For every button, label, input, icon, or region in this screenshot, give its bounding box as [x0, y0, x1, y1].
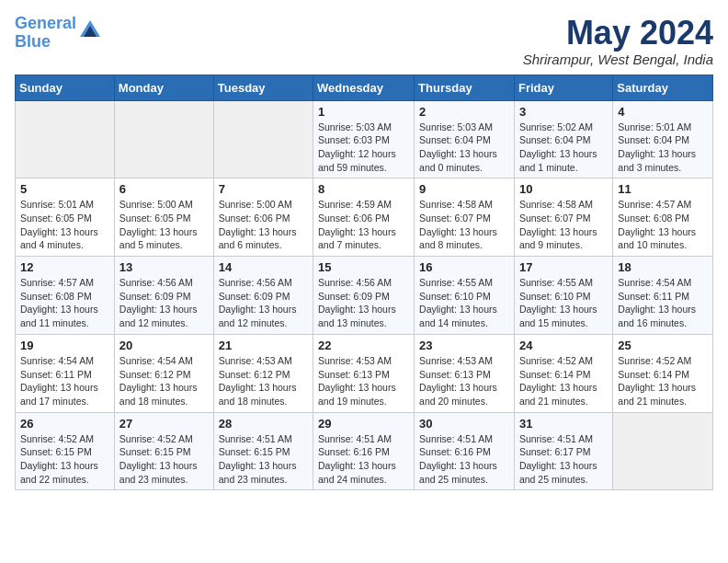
- day-info: Sunrise: 4:53 AM Sunset: 6:13 PM Dayligh…: [318, 354, 409, 408]
- calendar-cell: 10Sunrise: 4:58 AM Sunset: 6:07 PM Dayli…: [514, 178, 612, 257]
- day-info: Sunrise: 4:58 AM Sunset: 6:07 PM Dayligh…: [419, 198, 509, 252]
- day-info: Sunrise: 4:52 AM Sunset: 6:14 PM Dayligh…: [618, 354, 708, 408]
- day-number: 10: [519, 182, 608, 196]
- calendar-cell: 15Sunrise: 4:56 AM Sunset: 6:09 PM Dayli…: [313, 257, 415, 335]
- calendar-week-3: 12Sunrise: 4:57 AM Sunset: 6:08 PM Dayli…: [16, 257, 713, 335]
- title-block: May 2024 Shrirampur, West Bengal, India: [523, 15, 713, 67]
- day-number: 29: [318, 417, 409, 431]
- calendar-cell: 30Sunrise: 4:51 AM Sunset: 6:16 PM Dayli…: [415, 412, 515, 490]
- calendar-cell: 24Sunrise: 4:52 AM Sunset: 6:14 PM Dayli…: [514, 334, 612, 412]
- calendar-cell: 14Sunrise: 4:56 AM Sunset: 6:09 PM Dayli…: [213, 257, 313, 335]
- logo-icon: [80, 20, 100, 37]
- calendar-header: SundayMondayTuesdayWednesdayThursdayFrid…: [16, 75, 713, 100]
- calendar-cell: 12Sunrise: 4:57 AM Sunset: 6:08 PM Dayli…: [16, 257, 115, 335]
- calendar-cell: 5Sunrise: 5:01 AM Sunset: 6:05 PM Daylig…: [16, 178, 115, 257]
- day-number: 20: [119, 339, 209, 352]
- calendar-cell: 25Sunrise: 4:52 AM Sunset: 6:14 PM Dayli…: [613, 334, 713, 412]
- day-info: Sunrise: 4:52 AM Sunset: 6:15 PM Dayligh…: [20, 432, 109, 487]
- calendar-cell: 18Sunrise: 4:54 AM Sunset: 6:11 PM Dayli…: [613, 257, 713, 335]
- day-number: 18: [618, 260, 708, 274]
- day-number: 15: [318, 260, 409, 274]
- day-info: Sunrise: 5:00 AM Sunset: 6:05 PM Dayligh…: [119, 198, 209, 252]
- day-info: Sunrise: 4:55 AM Sunset: 6:10 PM Dayligh…: [419, 276, 509, 330]
- calendar-cell: 22Sunrise: 4:53 AM Sunset: 6:13 PM Dayli…: [313, 334, 415, 412]
- day-number: 31: [519, 417, 608, 431]
- day-number: 9: [419, 182, 509, 196]
- day-number: 7: [219, 182, 308, 196]
- day-number: 8: [318, 182, 409, 196]
- logo: GeneralBlue: [15, 15, 100, 52]
- day-number: 1: [318, 105, 409, 119]
- day-info: Sunrise: 4:57 AM Sunset: 6:08 PM Dayligh…: [20, 276, 109, 330]
- weekday-header-monday: Monday: [114, 75, 213, 100]
- day-info: Sunrise: 4:52 AM Sunset: 6:14 PM Dayligh…: [519, 354, 608, 408]
- day-number: 12: [20, 260, 109, 274]
- day-number: 13: [119, 260, 209, 274]
- day-info: Sunrise: 4:53 AM Sunset: 6:13 PM Dayligh…: [419, 354, 509, 408]
- calendar-cell: [213, 100, 313, 178]
- day-number: 14: [219, 260, 308, 274]
- calendar-cell: 31Sunrise: 4:51 AM Sunset: 6:17 PM Dayli…: [514, 412, 612, 490]
- day-number: 4: [618, 105, 708, 119]
- calendar-cell: 11Sunrise: 4:57 AM Sunset: 6:08 PM Dayli…: [613, 178, 713, 257]
- calendar-cell: 6Sunrise: 5:00 AM Sunset: 6:05 PM Daylig…: [114, 178, 213, 257]
- weekday-header-row: SundayMondayTuesdayWednesdayThursdayFrid…: [16, 75, 713, 100]
- day-info: Sunrise: 4:56 AM Sunset: 6:09 PM Dayligh…: [219, 276, 308, 330]
- day-info: Sunrise: 5:03 AM Sunset: 6:03 PM Dayligh…: [318, 121, 409, 175]
- day-info: Sunrise: 5:03 AM Sunset: 6:04 PM Dayligh…: [419, 121, 509, 175]
- day-info: Sunrise: 4:51 AM Sunset: 6:16 PM Dayligh…: [318, 432, 409, 487]
- day-info: Sunrise: 5:01 AM Sunset: 6:04 PM Dayligh…: [618, 121, 708, 175]
- day-info: Sunrise: 5:01 AM Sunset: 6:05 PM Dayligh…: [20, 198, 109, 252]
- day-info: Sunrise: 4:54 AM Sunset: 6:11 PM Dayligh…: [618, 276, 708, 330]
- day-info: Sunrise: 4:51 AM Sunset: 6:17 PM Dayligh…: [519, 432, 608, 487]
- calendar-cell: 29Sunrise: 4:51 AM Sunset: 6:16 PM Dayli…: [313, 412, 415, 490]
- weekday-header-friday: Friday: [514, 75, 612, 100]
- day-info: Sunrise: 4:58 AM Sunset: 6:07 PM Dayligh…: [519, 198, 608, 252]
- day-number: 5: [20, 182, 109, 196]
- day-info: Sunrise: 4:54 AM Sunset: 6:11 PM Dayligh…: [20, 354, 109, 408]
- weekday-header-saturday: Saturday: [613, 75, 713, 100]
- calendar-cell: 27Sunrise: 4:52 AM Sunset: 6:15 PM Dayli…: [114, 412, 213, 490]
- calendar-week-1: 1Sunrise: 5:03 AM Sunset: 6:03 PM Daylig…: [16, 100, 713, 178]
- day-number: 22: [318, 339, 409, 352]
- weekday-header-sunday: Sunday: [16, 75, 115, 100]
- calendar-cell: 2Sunrise: 5:03 AM Sunset: 6:04 PM Daylig…: [415, 100, 515, 178]
- calendar-cell: 9Sunrise: 4:58 AM Sunset: 6:07 PM Daylig…: [415, 178, 515, 257]
- day-number: 25: [618, 339, 708, 352]
- calendar-cell: 20Sunrise: 4:54 AM Sunset: 6:12 PM Dayli…: [114, 334, 213, 412]
- day-number: 23: [419, 339, 509, 352]
- calendar-body: 1Sunrise: 5:03 AM Sunset: 6:03 PM Daylig…: [16, 100, 713, 490]
- day-number: 26: [20, 417, 109, 431]
- calendar-week-4: 19Sunrise: 4:54 AM Sunset: 6:11 PM Dayli…: [16, 334, 713, 412]
- day-number: 28: [219, 417, 308, 431]
- calendar-cell: 28Sunrise: 4:51 AM Sunset: 6:15 PM Dayli…: [213, 412, 313, 490]
- day-number: 17: [519, 260, 608, 274]
- calendar-cell: 21Sunrise: 4:53 AM Sunset: 6:12 PM Dayli…: [213, 334, 313, 412]
- day-info: Sunrise: 4:51 AM Sunset: 6:15 PM Dayligh…: [219, 432, 308, 487]
- day-number: 16: [419, 260, 509, 274]
- logo-text: GeneralBlue: [15, 15, 76, 52]
- calendar-cell: 16Sunrise: 4:55 AM Sunset: 6:10 PM Dayli…: [415, 257, 515, 335]
- day-info: Sunrise: 4:52 AM Sunset: 6:15 PM Dayligh…: [119, 432, 209, 487]
- calendar-cell: [114, 100, 213, 178]
- day-info: Sunrise: 4:53 AM Sunset: 6:12 PM Dayligh…: [219, 354, 308, 408]
- calendar-cell: 19Sunrise: 4:54 AM Sunset: 6:11 PM Dayli…: [16, 334, 115, 412]
- location-text: Shrirampur, West Bengal, India: [523, 52, 713, 67]
- weekday-header-thursday: Thursday: [415, 75, 515, 100]
- day-info: Sunrise: 4:56 AM Sunset: 6:09 PM Dayligh…: [119, 276, 209, 330]
- calendar-table: SundayMondayTuesdayWednesdayThursdayFrid…: [15, 75, 713, 491]
- day-number: 21: [219, 339, 308, 352]
- day-number: 30: [419, 417, 509, 431]
- calendar-cell: [613, 412, 713, 490]
- day-number: 19: [20, 339, 109, 352]
- day-number: 6: [119, 182, 209, 196]
- day-number: 11: [618, 182, 708, 196]
- day-number: 27: [119, 417, 209, 431]
- calendar-cell: 17Sunrise: 4:55 AM Sunset: 6:10 PM Dayli…: [514, 257, 612, 335]
- day-info: Sunrise: 4:55 AM Sunset: 6:10 PM Dayligh…: [519, 276, 608, 330]
- calendar-cell: 26Sunrise: 4:52 AM Sunset: 6:15 PM Dayli…: [16, 412, 115, 490]
- calendar-week-5: 26Sunrise: 4:52 AM Sunset: 6:15 PM Dayli…: [16, 412, 713, 490]
- day-number: 2: [419, 105, 509, 119]
- calendar-week-2: 5Sunrise: 5:01 AM Sunset: 6:05 PM Daylig…: [16, 178, 713, 257]
- calendar-cell: 1Sunrise: 5:03 AM Sunset: 6:03 PM Daylig…: [313, 100, 415, 178]
